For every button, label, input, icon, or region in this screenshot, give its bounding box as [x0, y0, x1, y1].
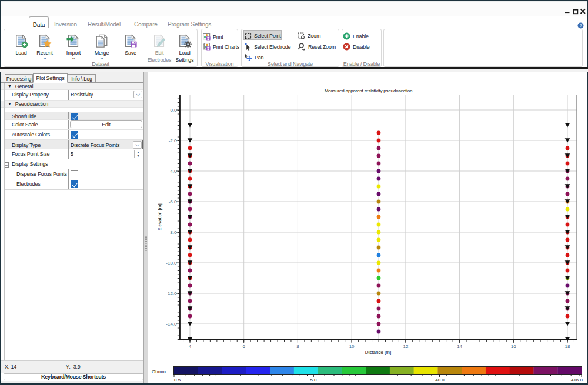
svg-text:5.0: 5.0 [310, 377, 317, 383]
svg-text:-2.0: -2.0 [169, 138, 177, 143]
svg-text:Measured apparent resistivity: Measured apparent resistivity pseudosect… [325, 88, 413, 93]
svg-text:-6.0: -6.0 [169, 199, 177, 205]
svg-text:4: 4 [189, 344, 192, 349]
svg-text:416.0: 416.0 [571, 377, 583, 383]
svg-text:18: 18 [565, 344, 570, 349]
svg-text:8: 8 [296, 344, 299, 349]
svg-text:-8.0: -8.0 [169, 230, 177, 235]
svg-text:Elevation [m]: Elevation [m] [157, 203, 162, 230]
svg-text:-12.0: -12.0 [166, 291, 177, 296]
svg-text:14: 14 [457, 344, 462, 349]
svg-text:12: 12 [403, 344, 408, 349]
svg-text:0.5: 0.5 [174, 377, 181, 383]
svg-text:6: 6 [242, 344, 245, 349]
svg-text:40.0: 40.0 [435, 377, 445, 383]
svg-text:0.0: 0.0 [170, 108, 177, 113]
svg-text:-14.0: -14.0 [166, 322, 177, 327]
svg-text:-4.0: -4.0 [169, 169, 177, 174]
svg-text:10: 10 [349, 344, 355, 349]
svg-text:-10.0: -10.0 [166, 260, 177, 266]
svg-text:16: 16 [511, 344, 516, 349]
svg-text:Ohmm: Ohmm [152, 369, 166, 374]
svg-text:Distance [m]: Distance [m] [365, 350, 391, 355]
